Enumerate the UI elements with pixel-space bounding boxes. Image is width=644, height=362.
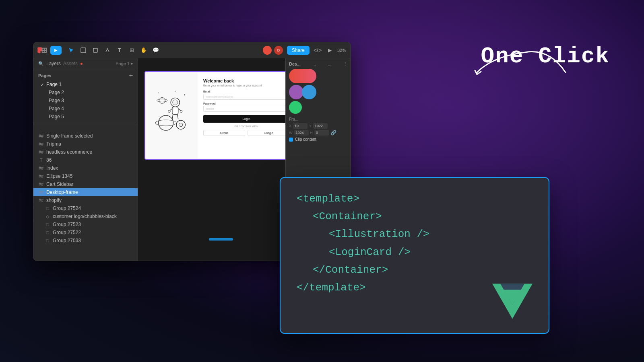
x-input[interactable]	[293, 123, 308, 129]
login-subtitle: Enter your email below to login to your …	[203, 84, 285, 87]
svg-line-18	[172, 114, 173, 119]
assets-tab[interactable]: Assets	[63, 61, 78, 66]
add-page-button[interactable]: +	[129, 72, 133, 79]
constrain-icon[interactable]: 🔗	[330, 130, 336, 136]
layer-tripma[interactable]: ## Tripma	[33, 140, 138, 148]
github-button[interactable]: Github	[203, 130, 245, 136]
layer-label: Group 27522	[53, 230, 81, 235]
share-button[interactable]: Share	[287, 46, 310, 55]
toolbar: ⊞ ▶	[33, 42, 351, 58]
frame-tool[interactable]	[78, 45, 88, 55]
y-input[interactable]	[313, 123, 328, 129]
figma-circles-row	[289, 85, 316, 99]
hand-tool[interactable]: ✋	[139, 45, 149, 55]
pen-tool[interactable]	[103, 45, 112, 55]
google-button[interactable]: Google	[248, 130, 285, 136]
layer-label: Group 27033	[53, 238, 81, 243]
layer-single-frame[interactable]: ## Single frame selected	[33, 132, 138, 140]
layer-group-27522[interactable]: □ Group 27522	[33, 228, 138, 237]
page-dropdown-icon[interactable]: ▾	[131, 62, 133, 66]
layer-icon: ##	[38, 134, 44, 138]
layer-86[interactable]: T 86	[33, 156, 138, 164]
layer-label: Index	[46, 165, 58, 171]
layer-customer-logo[interactable]: ◇ customer logo/chubbies-black	[33, 212, 138, 220]
pages-label: Pages	[38, 73, 51, 78]
dim-row-xy: X Y	[289, 123, 347, 129]
layer-group-icon: □	[45, 238, 50, 243]
more-icon[interactable]: ⋮	[343, 62, 347, 66]
page-4[interactable]: Page 4	[38, 105, 133, 113]
figma-red-pill	[289, 69, 316, 83]
figma-logo-preview	[289, 69, 347, 114]
code-content: <template> <Container> <Illustration /> …	[297, 190, 533, 296]
login-form: Welcome back Enter your email below to l…	[198, 72, 285, 159]
page-1-label: Page 1	[46, 82, 62, 87]
page-2[interactable]: Page 2	[38, 88, 133, 97]
layer-icon: ##	[38, 182, 44, 187]
layers-search[interactable]: Layers	[46, 61, 61, 66]
layer-item[interactable]: ···	[33, 126, 138, 132]
one-click-text: One Click	[481, 44, 610, 69]
toolbar-right-icons: </> ▶ 32%	[313, 45, 347, 55]
layer-label: Cart Sidebar	[46, 181, 73, 187]
layer-index[interactable]: ## Index	[33, 164, 138, 172]
layer-ellipse[interactable]: ## Ellipse 1345	[33, 172, 138, 180]
prototype-tab[interactable]: ...	[312, 62, 316, 66]
layer-headless[interactable]: ## headless ecommerce	[33, 148, 138, 156]
play-button[interactable]: ▶	[50, 46, 62, 55]
layer-label: Ellipse 1345	[46, 173, 72, 179]
pages-section: Pages + ✓ Page 1 Page 2 Page 3 Page	[33, 69, 138, 124]
login-illustration	[145, 72, 198, 159]
one-click-text-container: One Click	[481, 44, 610, 69]
inspect-tab[interactable]: ...	[328, 62, 332, 66]
move-tool[interactable]	[66, 45, 76, 55]
page-indicator[interactable]: Page 1	[116, 61, 130, 66]
layer-group-27523[interactable]: □ Group 27523	[33, 220, 138, 228]
layer-cart-sidebar[interactable]: ## Cart Sidebar	[33, 180, 138, 188]
layer-shopify[interactable]: ## shopify	[33, 196, 138, 204]
design-tab[interactable]: Des...	[289, 62, 301, 66]
svg-point-21	[157, 99, 167, 102]
play-presentation-icon[interactable]: ▶	[325, 45, 334, 55]
comment-tool[interactable]: 💬	[151, 45, 161, 55]
component-tool[interactable]: ⊞	[127, 45, 136, 55]
email-input[interactable]: name@example.com	[203, 94, 285, 100]
page-3[interactable]: Page 3	[38, 97, 133, 105]
page-1[interactable]: ✓ Page 1	[38, 80, 133, 88]
figma-sidebar: 🔍 Layers Assets Page 1 ▾ Pages + ✓ Page …	[33, 58, 138, 261]
svg-point-6	[175, 91, 175, 92]
layer-icon: ##	[38, 142, 44, 146]
code-icon[interactable]: </>	[313, 45, 322, 55]
dim-row-wh: W H 🔗	[289, 130, 347, 136]
y-label: Y	[309, 124, 312, 128]
svg-rect-1	[81, 48, 86, 53]
selection-bar	[209, 238, 233, 241]
page-4-label: Page 4	[49, 106, 64, 111]
page-5[interactable]: Page 5	[38, 113, 133, 121]
text-tool[interactable]: T	[115, 45, 124, 55]
clip-content-row: Clip content	[289, 137, 347, 142]
layer-group-27033[interactable]: □ Group 27033	[33, 237, 138, 245]
zoom-label[interactable]: 32%	[337, 45, 347, 55]
login-button[interactable]: Login	[203, 115, 285, 123]
layer-component-icon: ◇	[45, 214, 50, 219]
h-input[interactable]	[314, 130, 329, 136]
h-label: H	[310, 131, 313, 135]
clip-content-checkbox[interactable]	[289, 138, 293, 142]
code-line-2: <Container>	[313, 208, 533, 225]
layers-section: ··· ## Single frame selected ## Tripma #…	[33, 124, 138, 261]
layer-group-icon: □	[45, 222, 50, 227]
or-continue-text: OR CONTINUE WITH	[203, 125, 285, 128]
password-input[interactable]: ••••••••	[203, 106, 285, 112]
svg-point-20	[159, 97, 165, 103]
layer-group-27524[interactable]: □ Group 27524	[33, 204, 138, 212]
page-2-label: Page 2	[49, 90, 64, 95]
layer-desktop-frame[interactable]: ## Desktop-frame	[33, 188, 138, 196]
w-input[interactable]	[294, 130, 309, 136]
password-label: Password	[203, 102, 285, 105]
figma-canvas: Welcome back Enter your email below to l…	[138, 58, 285, 261]
page-check-icon: ✓	[41, 82, 44, 87]
shape-tool[interactable]	[91, 45, 100, 55]
layer-icon: ##	[38, 198, 44, 203]
layer-icon: ##	[38, 190, 44, 195]
